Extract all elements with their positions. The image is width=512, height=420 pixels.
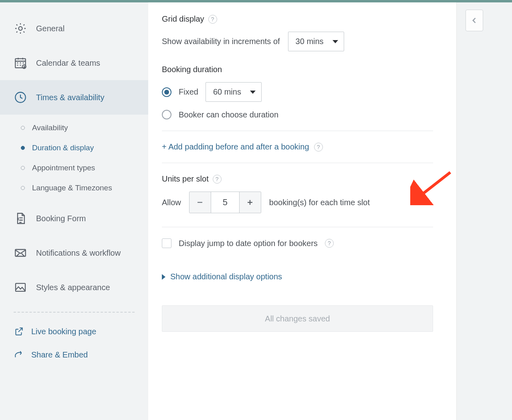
sidebar-divider [14,312,135,313]
sidebar-item-label: General [36,24,65,33]
increments-value: 30 mins [296,37,324,46]
section-title-text: Booking duration [162,65,222,74]
sidebar-item-times-availability[interactable]: Times & availability [0,80,148,115]
svg-rect-5 [16,283,25,291]
sub-item-label: Duration & display [32,143,94,152]
calendar-icon [14,56,27,70]
divider [162,131,433,131]
section-title-grid-display: Grid display ? [162,14,433,24]
envelope-icon [14,246,27,260]
svg-rect-6 [198,202,202,203]
link-label: Share & Embed [31,350,88,359]
sidebar-item-styles-appearance[interactable]: Styles & appearance [0,270,148,305]
sidebar-item-notifications-workflow[interactable]: Notifications & workflow [0,236,148,270]
chevron-left-icon [470,16,478,25]
sub-item-label: Appointment types [32,164,95,172]
caret-down-icon [333,40,338,43]
jump-to-date-label: Display jump to date option for bookers [179,239,318,248]
save-status-bar: All changes saved [162,305,433,332]
minus-icon [196,199,204,206]
svg-point-0 [18,26,22,30]
divider [162,227,433,227]
sub-item-availability[interactable]: Availability [0,118,148,138]
units-prefix: Allow [162,198,181,207]
sidebar-item-booking-form[interactable]: Booking Form [0,201,148,236]
help-icon[interactable]: ? [314,143,323,151]
divider [162,163,433,163]
sidebar-item-label: Booking Form [36,214,86,223]
collapse-panel-button[interactable] [466,10,483,31]
chevron-right-icon [162,274,165,280]
help-icon[interactable]: ? [208,15,217,24]
sidebar-item-calendar-teams[interactable]: Calendar & teams [0,46,148,80]
sidebar-item-label: Calendar & teams [36,59,100,68]
increment-button[interactable] [239,192,261,213]
additional-display-toggle[interactable]: Show additional display options [162,272,433,281]
sub-item-duration-display[interactable]: Duration & display [0,138,148,158]
units-stepper: 5 [189,192,261,213]
radio-fixed[interactable] [162,87,171,97]
link-label: Live booking page [31,327,96,336]
units-suffix: booking(s) for each time slot [269,198,370,207]
bullet-icon [21,186,25,190]
settings-panel: Grid display ? Show availability in incr… [148,2,457,420]
gear-icon [14,22,27,35]
sidebar: General Calendar & teams Times & availab… [0,2,148,420]
svg-rect-8 [250,200,250,205]
increments-label: Show availability in increments of [162,37,280,46]
fixed-duration-select[interactable]: 60 mins [206,82,262,102]
bullet-icon [21,126,25,130]
sidebar-item-label: Notifications & workflow [36,248,121,258]
fixed-duration-value: 60 mins [213,87,241,97]
help-icon[interactable]: ? [325,239,334,248]
external-link-icon [14,326,24,337]
units-value[interactable]: 5 [211,192,239,213]
section-title-units-per-slot: Units per slot ? [162,174,433,184]
bullet-icon [21,146,25,150]
section-title-text: Units per slot [162,174,209,184]
sub-item-appointment-types[interactable]: Appointment types [0,158,148,178]
sub-item-label: Language & Timezones [32,184,112,192]
form-icon [14,212,27,225]
sub-item-language-timezones[interactable]: Language & Timezones [0,178,148,198]
increments-select[interactable]: 30 mins [288,32,344,51]
help-icon[interactable]: ? [213,175,222,184]
save-status-text: All changes saved [265,314,330,323]
decrement-button[interactable] [189,192,211,213]
clock-icon [14,91,27,104]
additional-display-label: Show additional display options [170,272,282,281]
sidebar-item-label: Times & availability [36,93,104,102]
section-title-text: Grid display [162,14,204,24]
jump-to-date-checkbox[interactable] [162,238,171,248]
caret-down-icon [250,91,256,94]
radio-booker-choose[interactable] [162,110,171,119]
image-icon [14,281,27,294]
sidebar-item-general[interactable]: General [0,11,148,46]
sidebar-item-label: Styles & appearance [36,283,110,292]
sidebar-subnav: Availability Duration & display Appointm… [0,115,148,201]
section-title-booking-duration: Booking duration [162,65,433,74]
radio-fixed-label: Fixed [179,87,198,97]
share-icon [14,349,24,360]
radio-booker-choose-label: Booker can choose duration [179,110,278,119]
bullet-icon [21,166,25,170]
sub-item-label: Availability [32,123,68,132]
add-padding-link[interactable]: + Add padding before and after a booking [162,142,309,151]
plus-icon [246,199,254,206]
link-share-embed[interactable]: Share & Embed [0,343,148,366]
link-live-booking-page[interactable]: Live booking page [0,320,148,343]
